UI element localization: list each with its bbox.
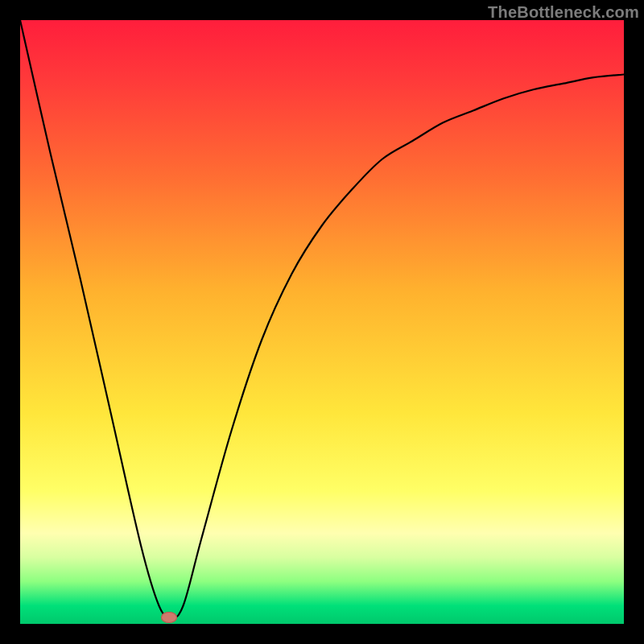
chart-frame: TheBottleneck.com	[0, 0, 644, 644]
watermark-text: TheBottleneck.com	[488, 3, 639, 22]
bottleneck-curve	[20, 20, 624, 624]
plot-area	[20, 20, 624, 624]
curve-path	[20, 20, 624, 618]
